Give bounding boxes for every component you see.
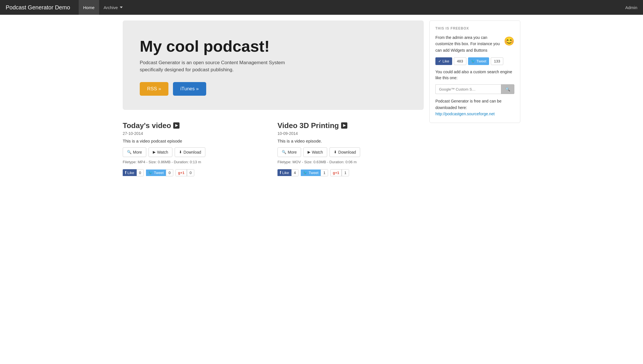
- episode-2-download-button[interactable]: ⬇ Download: [329, 147, 360, 157]
- nav-archive-label: Archive: [104, 5, 118, 10]
- freebox-search-description: You could add also a custom search engin…: [435, 69, 514, 81]
- sidebar-social-row: ✓ Like 483 🐦 Tweet 133: [435, 57, 514, 65]
- sidebar-tw-icon: 🐦: [471, 59, 475, 63]
- episode-2-title-text: Video 3D Printing: [277, 121, 339, 130]
- freebox-title: THIS IS FREEBOX: [435, 26, 514, 30]
- nav-admin[interactable]: Admin: [625, 5, 637, 10]
- episode-2-date: 10-09-2014: [277, 131, 424, 136]
- sidebar-checkmark-icon: ✓: [438, 59, 441, 63]
- freebox-footer: Podcast Generator is free and can be dow…: [435, 98, 514, 117]
- episode-2: Video 3D Printing 10-09-2014 This is a v…: [277, 118, 424, 179]
- episode-1-title: Today's video: [123, 121, 269, 130]
- hero-title: My cool podcast!: [140, 37, 407, 55]
- download-icon-2: ⬇: [334, 150, 337, 154]
- gplus-icon-2: g+1: [333, 171, 339, 175]
- watch-icon: ▶: [153, 150, 156, 154]
- episode-2-more-button[interactable]: 🔍 More: [277, 147, 301, 157]
- episode-2-desc: This is a video episode.: [277, 139, 424, 143]
- smile-icon: 😊: [504, 34, 514, 48]
- video-icon-2: [341, 122, 347, 129]
- fb-icon-2: f: [280, 170, 281, 175]
- episode-2-gp-count: 1: [342, 169, 349, 176]
- episode-1-tw-tweet[interactable]: 🐦 Tweet 0: [146, 169, 173, 176]
- episode-1-tw-count: 0: [166, 169, 173, 176]
- freebox: THIS IS FREEBOX From the admin area you …: [429, 20, 520, 123]
- sidebar-search-input[interactable]: [435, 84, 501, 94]
- tw-icon: 🐦: [148, 171, 153, 175]
- itunes-button[interactable]: iTunes »: [173, 82, 206, 96]
- gplus-icon: g+1: [178, 171, 185, 175]
- episode-1-download-button[interactable]: ⬇ Download: [175, 147, 205, 157]
- episode-2-actions: 🔍 More ▶ Watch ⬇ Download: [277, 147, 424, 157]
- episode-2-fb-count: 4: [291, 169, 298, 176]
- episode-1-desc: This is a video podcast episode: [123, 139, 269, 143]
- episode-2-tw-tweet[interactable]: 🐦 Tweet 1: [301, 169, 328, 176]
- search-icon-2: 🔍: [282, 150, 286, 154]
- fb-icon: f: [125, 170, 126, 175]
- episodes-grid: Today's video 27-10-2014 This is a video…: [123, 118, 424, 179]
- sidebar: THIS IS FREEBOX From the admin area you …: [429, 20, 520, 188]
- search-icon: 🔍: [127, 150, 131, 154]
- freebox-desc-text: From the admin area you can customize th…: [435, 34, 501, 53]
- episode-1-date: 27-10-2014: [123, 131, 269, 136]
- sidebar-fb-like-button[interactable]: ✓ Like: [435, 57, 452, 65]
- episode-1-meta: Filetype: MP4 - Size: 0.86MB - Duration:…: [123, 160, 269, 164]
- nav-archive[interactable]: Archive: [99, 0, 127, 15]
- episode-2-title: Video 3D Printing: [277, 121, 424, 130]
- episode-2-meta: Filetype: MOV - Size: 0.63MB - Duration:…: [277, 160, 424, 164]
- episode-1-watch-button[interactable]: ▶ Watch: [149, 147, 172, 157]
- episode-1-gplus[interactable]: g+1 0: [176, 169, 194, 176]
- hero-banner: My cool podcast! Podcast Generator is an…: [123, 20, 424, 110]
- episode-1: Today's video 27-10-2014 This is a video…: [123, 118, 269, 179]
- video-icon-1: [173, 122, 179, 129]
- sidebar-search-row: 🔍: [435, 84, 514, 94]
- download-icon: ⬇: [179, 150, 182, 154]
- watch-icon-2: ▶: [308, 150, 310, 154]
- nav-home[interactable]: Home: [79, 0, 99, 15]
- freebox-footer-link[interactable]: http://podcastgen.sourceforge.net: [435, 112, 495, 116]
- nav-links: Home Archive: [79, 0, 625, 15]
- main-container: My cool podcast! Podcast Generator is an…: [117, 15, 526, 193]
- freebox-footer-text: Podcast Generator is free and can be dow…: [435, 99, 502, 110]
- episode-1-fb-like[interactable]: f Like 0: [123, 169, 144, 176]
- episode-1-social: f Like 0 🐦 Tweet 0 g+1: [123, 169, 269, 176]
- episode-1-actions: 🔍 More ▶ Watch ⬇ Download: [123, 147, 269, 157]
- sidebar-fb-count: 483: [454, 57, 466, 65]
- sidebar-tw-tweet-button[interactable]: 🐦 Tweet: [468, 57, 489, 65]
- episode-2-gplus[interactable]: g+1 1: [330, 169, 349, 176]
- episode-1-gp-count: 0: [187, 169, 194, 176]
- sidebar-tw-count: 133: [491, 57, 503, 65]
- navbar: Podcast Generator Demo Home Archive Admi…: [0, 0, 643, 15]
- rss-button[interactable]: RSS »: [140, 82, 168, 96]
- episode-1-more-button[interactable]: 🔍 More: [123, 147, 146, 157]
- episode-1-fb-count: 0: [137, 169, 144, 176]
- episode-2-fb-like[interactable]: f Like 4: [277, 169, 298, 176]
- tw-icon-2: 🐦: [303, 171, 308, 175]
- hero-description: Podcast Generator is an open source Cont…: [140, 59, 304, 74]
- navbar-brand: Podcast Generator Demo: [6, 4, 70, 11]
- hero-buttons: RSS » iTunes »: [140, 82, 407, 96]
- chevron-down-icon: [120, 7, 123, 8]
- sidebar-search-button[interactable]: 🔍: [501, 84, 514, 94]
- content-area: My cool podcast! Podcast Generator is an…: [123, 20, 424, 188]
- episode-2-tw-count: 1: [321, 169, 328, 176]
- episode-2-watch-button[interactable]: ▶ Watch: [303, 147, 327, 157]
- episode-1-title-text: Today's video: [123, 121, 171, 130]
- freebox-description: From the admin area you can customize th…: [435, 34, 514, 53]
- episode-2-social: f Like 4 🐦 Tweet 1 g+1: [277, 169, 424, 176]
- search-icon-sidebar: 🔍: [505, 87, 510, 91]
